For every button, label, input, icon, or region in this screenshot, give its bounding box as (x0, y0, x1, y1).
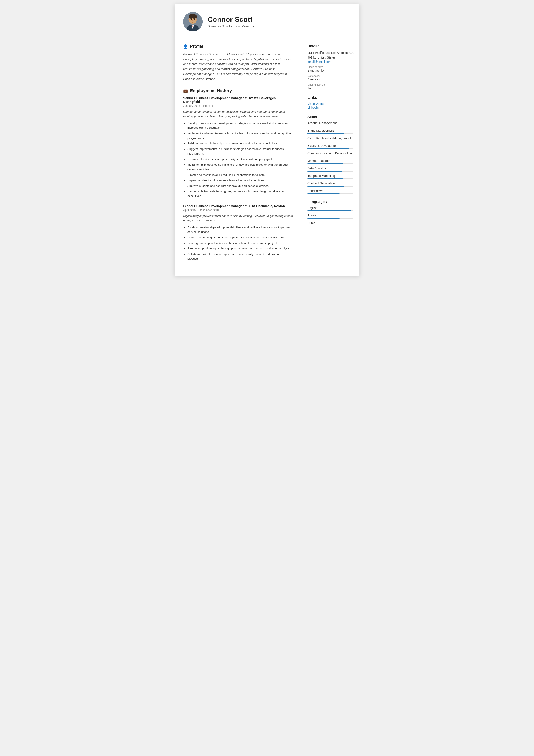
lang-bar-bg-0 (307, 210, 353, 211)
skill-name-0: Account Management (307, 122, 353, 125)
bullet: Build corporate relationships with custo… (188, 141, 293, 146)
skill-name-9: Roadshows (307, 189, 353, 193)
bullet: Approve budgets and conduct financial du… (188, 183, 293, 188)
job-title-1: Senior Business Development Manager at T… (183, 96, 293, 103)
link-visualize[interactable]: Visualize.me (307, 102, 353, 105)
header: Connor Scott Business Development Manage… (175, 4, 359, 38)
svg-rect-13 (191, 18, 192, 19)
driving-license: Full (307, 87, 353, 90)
skill-bar-fill-3 (307, 148, 349, 149)
job-dates-1: January 2018 – Present (183, 104, 293, 107)
bullet: Establish relationships with potential c… (188, 225, 293, 234)
skill-name-5: Market Research (307, 159, 353, 162)
job-block-1: Senior Business Development Manager at T… (183, 96, 293, 199)
lang-name-2: Dutch (307, 221, 353, 225)
link-linkedin[interactable]: Linkedin (307, 106, 353, 109)
skill-name-2: Client Relationship Management (307, 136, 353, 140)
bullet: Leverage new opportunities via the execu… (188, 241, 293, 246)
bullet: Collaborate with the marketing team to s… (188, 252, 293, 261)
profile-section-title: 👤 Profile (183, 44, 293, 49)
skill-item-0: Account Management (307, 122, 353, 126)
svg-point-11 (191, 19, 192, 20)
employment-section-title: 💼 Employment History (183, 88, 293, 93)
email-link[interactable]: email@email.com (307, 60, 353, 64)
skill-name-4: Communication and Presentation (307, 151, 353, 155)
skill-name-6: Data Analytics (307, 167, 353, 170)
skill-item-8: Contract Negotiation (307, 182, 353, 187)
lang-bar-bg-1 (307, 218, 353, 219)
skill-bar-fill-0 (307, 126, 346, 126)
links-section: Links Visualize.me Linkedin (307, 95, 353, 109)
job-dates-2: April 2016 – December 2018 (183, 208, 293, 211)
skill-bar-fill-1 (307, 133, 344, 134)
body: 👤 Profile Focused Business Development M… (175, 38, 359, 276)
links-title: Links (307, 95, 353, 100)
profile-section: 👤 Profile Focused Business Development M… (183, 44, 293, 82)
candidate-title: Business Development Manager (208, 24, 254, 28)
employment-section: 💼 Employment History Senior Business Dev… (183, 88, 293, 261)
nationality: American (307, 78, 353, 81)
bullet: Supervise, direct and oversee a team of … (188, 178, 293, 183)
skill-bar-bg-5 (307, 163, 353, 164)
skill-bar-fill-8 (307, 186, 344, 187)
lang-item-0: English (307, 206, 353, 211)
bullet: Expanded business development aligned to… (188, 157, 293, 162)
lang-item-2: Dutch (307, 221, 353, 226)
lang-bar-fill-2 (307, 226, 333, 226)
job-summary-1: Created an automated customer acquisitio… (183, 110, 293, 119)
bullet: Directed all meetings and produced prese… (188, 173, 293, 177)
bullet: Suggest improvements in business strateg… (188, 147, 293, 156)
svg-point-12 (194, 19, 195, 20)
place-of-birth-label: Place of birth (307, 66, 353, 68)
skill-item-9: Roadshows (307, 189, 353, 194)
skill-bar-bg-2 (307, 141, 353, 141)
lang-bar-bg-2 (307, 226, 353, 226)
skill-item-6: Data Analytics (307, 167, 353, 172)
skill-bar-fill-4 (307, 156, 345, 156)
skill-bar-fill-5 (307, 163, 343, 164)
skills-title: Skills (307, 115, 353, 119)
job-bullets-2: Establish relationships with potential c… (183, 225, 293, 261)
skill-bar-bg-6 (307, 171, 353, 172)
skill-name-7: Integrated Marketing (307, 174, 353, 177)
main-column: 👤 Profile Focused Business Development M… (175, 38, 301, 276)
skill-name-3: Business Development (307, 144, 353, 148)
skill-bar-fill-6 (307, 171, 342, 172)
skill-bar-bg-1 (307, 133, 353, 134)
skill-bar-fill-9 (307, 194, 340, 194)
skills-section: Skills Account Management Brand Manageme… (307, 115, 353, 194)
job-block-2: Global Business Development Manager at A… (183, 204, 293, 261)
skill-bar-bg-7 (307, 178, 353, 179)
sidebar: Details 1515 Pacific Ave, Los Angeles, C… (301, 38, 359, 276)
skill-item-3: Business Development (307, 144, 353, 149)
skill-name-1: Brand Management (307, 129, 353, 132)
svg-rect-14 (193, 18, 195, 19)
lang-item-1: Russian (307, 214, 353, 219)
avatar (183, 12, 202, 31)
place-of-birth: San Antonio (307, 69, 353, 72)
header-text: Connor Scott Business Development Manage… (208, 15, 254, 28)
skill-item-7: Integrated Marketing (307, 174, 353, 179)
bullet: Assist in marketing strategy development… (188, 235, 293, 240)
skill-bar-bg-0 (307, 126, 353, 126)
bullet: Responsible to create training programme… (188, 189, 293, 198)
skill-item-5: Market Research (307, 159, 353, 164)
skill-bar-bg-4 (307, 156, 353, 156)
skill-item-2: Client Relationship Management (307, 136, 353, 141)
bullet: Develop new customer development strateg… (188, 121, 293, 130)
lang-bar-fill-0 (307, 210, 351, 211)
profile-text: Focused Business Development Manager wit… (183, 52, 293, 82)
address: 1515 Pacific Ave, Los Angeles, CA 90291,… (307, 50, 353, 60)
driving-license-label: Driving license (307, 83, 353, 86)
skill-item-1: Brand Management (307, 129, 353, 134)
details-title: Details (307, 44, 353, 48)
lang-name-1: Russian (307, 214, 353, 217)
svg-point-10 (196, 19, 197, 21)
employment-icon: 💼 (183, 88, 188, 93)
skill-bar-bg-8 (307, 186, 353, 187)
skill-bar-bg-9 (307, 194, 353, 194)
job-summary-2: Significantly improved market share in A… (183, 214, 293, 223)
svg-point-15 (192, 20, 193, 21)
skill-bar-fill-7 (307, 178, 343, 179)
candidate-name: Connor Scott (208, 15, 254, 23)
